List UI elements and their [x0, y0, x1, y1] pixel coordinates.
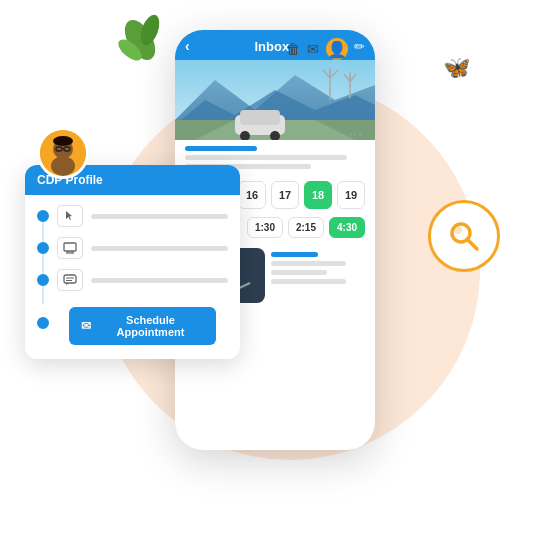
- trash-icon[interactable]: 🗑: [286, 41, 300, 57]
- time-slot-130[interactable]: 1:30: [247, 217, 283, 238]
- search-icon: [444, 216, 484, 256]
- svg-point-30: [51, 156, 75, 176]
- timeline-dot-2: [37, 242, 49, 254]
- cdp-avatar: [37, 127, 89, 179]
- chat-icon: [57, 269, 83, 291]
- btl-3: [271, 270, 327, 275]
- envelope-icon: ✉: [81, 319, 91, 333]
- svg-point-34: [53, 136, 73, 146]
- hero-image: [175, 60, 375, 140]
- cursor-icon-svg: [63, 209, 77, 223]
- svg-rect-12: [240, 110, 280, 125]
- schedule-appointment-button[interactable]: ✉ Schedule Appointment: [69, 307, 216, 345]
- header-icons: ✏: [354, 39, 365, 54]
- calendar-day-18[interactable]: 18: [304, 181, 332, 209]
- cdp-row-2: [37, 237, 228, 259]
- svg-marker-40: [66, 283, 69, 285]
- edit-icon[interactable]: ✏: [354, 39, 365, 54]
- svg-rect-35: [64, 243, 76, 251]
- leaf-decoration: [110, 10, 170, 70]
- click-icon: [57, 205, 83, 227]
- cdp-line-3: [91, 278, 228, 283]
- user-icon[interactable]: 👤: [326, 38, 348, 60]
- timeline-dot-3: [37, 274, 49, 286]
- text-line-1: [185, 146, 257, 151]
- time-slot-215[interactable]: 2:15: [288, 217, 324, 238]
- hero-svg: [175, 60, 375, 140]
- calendar-day-17[interactable]: 17: [271, 181, 299, 209]
- search-circle-icon: [428, 200, 500, 272]
- bottom-text-lines: [271, 248, 365, 303]
- monitor-icon-svg: [63, 242, 77, 254]
- chat-icon-svg: [63, 274, 77, 286]
- cdp-line-2: [91, 246, 228, 251]
- cdp-line-1: [91, 214, 228, 219]
- time-slot-430[interactable]: 4:30: [329, 217, 365, 238]
- cdp-row-1: [37, 205, 228, 227]
- butterfly-decoration: 🦋: [443, 55, 470, 81]
- cdp-row-4: ✉ Schedule Appointment: [37, 301, 228, 345]
- text-line-2: [185, 155, 347, 160]
- cdp-profile-card: CDP Profile: [25, 165, 240, 359]
- cdp-body: ✉ Schedule Appointment: [25, 195, 240, 345]
- cdp-row-3: [37, 269, 228, 291]
- btl-1: [271, 252, 318, 257]
- monitor-icon: [57, 237, 83, 259]
- mail-icon[interactable]: ✉: [307, 41, 319, 57]
- svg-line-4: [467, 239, 477, 249]
- svg-rect-39: [64, 275, 76, 283]
- btl-2: [271, 261, 346, 266]
- calendar-day-16[interactable]: 16: [238, 181, 266, 209]
- cdp-timeline: [42, 220, 44, 304]
- svg-point-5: [454, 226, 462, 234]
- schedule-button-label: Schedule Appointment: [97, 314, 204, 338]
- btl-4: [271, 279, 346, 284]
- calendar-day-19[interactable]: 19: [337, 181, 365, 209]
- avatar-svg: [40, 130, 86, 176]
- dots-menu[interactable]: •••: [348, 128, 363, 140]
- timeline-dot-1: [37, 210, 49, 222]
- timeline-dot-4: [37, 317, 49, 329]
